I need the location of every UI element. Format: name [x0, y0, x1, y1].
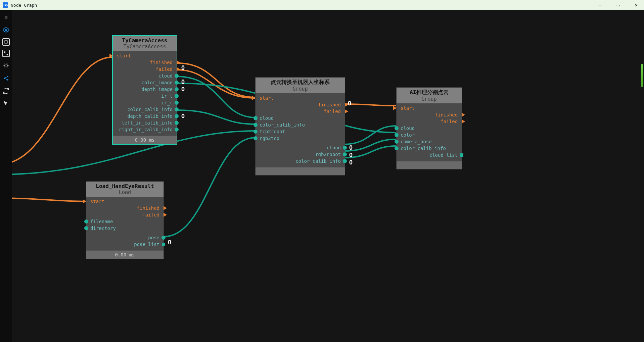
count-badge: 0	[181, 113, 185, 120]
port-out-cloud[interactable]: cloud	[256, 144, 345, 151]
node-canvas[interactable]: TyCameraAccess TyCameraAccess start fini…	[12, 10, 644, 342]
node-body: start finished failed cloud color camera…	[397, 103, 462, 161]
svg-point-6	[7, 79, 8, 81]
node-body: start finished failed cloud color_calib_…	[256, 93, 345, 167]
port-in-cloud[interactable]: cloud	[256, 115, 345, 121]
node-cloud-convert[interactable]: 点云转换至机器人坐标系 Group start finished failed …	[255, 77, 345, 176]
node-header: TyCameraAccess TyCameraAccess	[113, 36, 177, 51]
port-out-pose-list[interactable]: pose_list	[86, 241, 164, 248]
port-out-finished[interactable]: finished	[397, 111, 462, 118]
count-badge: 0	[348, 100, 351, 107]
port-in-start[interactable]: start	[256, 95, 345, 101]
count-badge: 0	[181, 79, 185, 86]
app-icon: RVS	[3, 2, 8, 8]
svg-point-0	[5, 29, 7, 31]
node-title: AI推理分割点云	[399, 89, 459, 96]
port-out-cloud-list[interactable]: cloud_list	[397, 152, 462, 158]
port-in-camera-pose[interactable]: camera_pose	[397, 138, 462, 145]
port-out-color-calib-info[interactable]: color_calib_info	[256, 158, 345, 164]
port-out-depth-calib-info[interactable]: depth_calib_info	[113, 113, 177, 119]
snap-icon[interactable]	[2, 61, 10, 70]
port-out-ir-l[interactable]: ir_l	[113, 93, 177, 99]
port-out-cloud[interactable]: cloud	[113, 72, 177, 79]
maximize-button[interactable]: ▭	[613, 0, 623, 10]
port-in-color-calib-info[interactable]: color_calib_info	[397, 145, 462, 152]
node-footer: 0.00 ms	[86, 250, 164, 259]
eye-icon[interactable]	[2, 26, 10, 34]
port-in-rgb2tcp[interactable]: rgb2tcp	[256, 135, 345, 142]
svg-rect-1	[5, 41, 7, 43]
port-in-start[interactable]: start	[113, 52, 177, 59]
connection-wires	[12, 10, 644, 342]
node-tycameraaccess[interactable]: TyCameraAccess TyCameraAccess start fini…	[112, 35, 177, 145]
node-header: AI推理分割点云 Group	[397, 88, 462, 103]
count-badge: 0	[349, 144, 353, 151]
node-subtitle: Group	[399, 96, 459, 102]
node-subtitle: Group	[258, 86, 342, 92]
window-controls: ─ ▭ ✕	[595, 0, 641, 10]
port-out-failed[interactable]: failed	[86, 211, 164, 218]
svg-point-2	[4, 51, 6, 53]
node-header: Load_HandEyeResult Load	[86, 182, 164, 197]
nodes-icon[interactable]	[2, 50, 10, 57]
port-out-color-calib-info[interactable]: color_calib_info	[113, 106, 177, 113]
port-out-rgb2robot[interactable]: rgb2robot	[256, 151, 345, 158]
port-out-pose[interactable]: pose	[86, 234, 164, 241]
port-in-color-calib-info[interactable]: color_calib_info	[256, 121, 345, 128]
port-out-ir-r[interactable]: ir_r	[113, 99, 177, 106]
refresh-icon[interactable]	[2, 87, 10, 95]
port-out-finished[interactable]: finished	[256, 101, 345, 108]
count-badge: 0	[168, 239, 171, 246]
node-subtitle: TyCameraAccess	[116, 44, 174, 50]
menu-icon[interactable]: ≡	[2, 13, 10, 21]
titlebar: RVS Node Graph ─ ▭ ✕	[0, 0, 644, 10]
left-toolbar: ≡	[0, 10, 12, 342]
share-icon[interactable]	[2, 74, 10, 83]
port-in-color[interactable]: color	[397, 132, 462, 138]
port-in-start[interactable]: start	[86, 198, 164, 205]
port-in-tcp2robot[interactable]: tcp2robot	[256, 128, 345, 135]
port-out-finished[interactable]: finished	[86, 205, 164, 211]
node-title: Load_HandEyeResult	[89, 183, 161, 189]
node-ai-segment[interactable]: AI推理分割点云 Group start finished failed clo…	[396, 87, 462, 169]
node-footer: 0.00 ms	[113, 136, 177, 144]
pointer-icon[interactable]	[2, 99, 10, 108]
node-load-handeyeresult[interactable]: Load_HandEyeResult Load start finished f…	[86, 181, 164, 259]
count-badge: 0	[349, 159, 353, 166]
count-badge: 0	[181, 86, 185, 93]
port-out-failed[interactable]: failed	[113, 66, 177, 72]
count-badge: 0	[181, 64, 185, 71]
node-footer	[256, 167, 345, 175]
minimize-button[interactable]: ─	[595, 0, 605, 10]
port-out-finished[interactable]: finished	[113, 59, 177, 66]
node-title: TyCameraAccess	[116, 37, 174, 44]
node-body: start finished failed filename directory…	[86, 197, 164, 250]
svg-point-3	[7, 54, 8, 56]
port-in-filename[interactable]: filename	[86, 218, 164, 225]
node-header: 点云转换至机器人坐标系 Group	[256, 78, 345, 93]
node-subtitle: Load	[89, 189, 161, 195]
port-out-left-ir-calib-info[interactable]: left_ir_calib_info	[113, 119, 177, 126]
svg-point-5	[7, 76, 8, 77]
node-body: start finished failed cloud color_image …	[113, 51, 177, 136]
scrollbar-indicator[interactable]	[641, 64, 643, 87]
node-title: 点云转换至机器人坐标系	[258, 79, 342, 86]
window-title: Node Graph	[11, 3, 37, 8]
port-in-start[interactable]: start	[397, 105, 462, 111]
port-out-color-image[interactable]: color_image	[113, 79, 177, 86]
node-footer	[397, 161, 462, 169]
port-in-directory[interactable]: directory	[86, 225, 164, 232]
port-out-depth-image[interactable]: depth_image	[113, 86, 177, 93]
count-badge: 0	[349, 152, 353, 159]
port-out-failed[interactable]: failed	[397, 118, 462, 125]
svg-point-4	[4, 78, 5, 79]
frame-icon[interactable]	[2, 38, 10, 46]
port-in-cloud[interactable]: cloud	[397, 125, 462, 132]
close-button[interactable]: ✕	[631, 0, 641, 10]
port-out-right-ir-calib-info[interactable]: right_ir_calib_info	[113, 126, 177, 133]
port-out-failed[interactable]: failed	[256, 108, 345, 115]
